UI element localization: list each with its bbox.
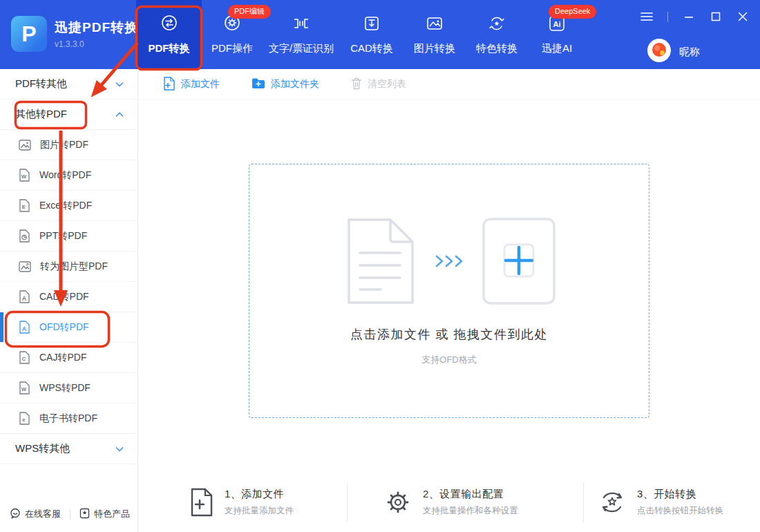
group-label: 其他转PDF [15, 108, 67, 121]
item-label: 转为图片型PDF [40, 260, 108, 273]
svg-text:A: A [22, 295, 27, 302]
gear-icon [383, 488, 412, 517]
step-desc: 支持批量添加文件 [225, 505, 294, 517]
menu-icon[interactable] [640, 10, 653, 23]
pdf-convert-icon [160, 14, 179, 36]
tab-image-convert[interactable]: 图片转换 [403, 0, 466, 69]
item-label: CAJ转PDF [39, 352, 86, 364]
svg-text:e: e [22, 417, 26, 423]
close-button[interactable] [737, 10, 749, 23]
step-desc: 点击转换按钮开始转换 [637, 505, 723, 517]
item-label: Word转PDF [39, 169, 91, 182]
cad-convert-icon [362, 14, 381, 36]
sidebar-item-excel-to-pdf[interactable]: E Excel转PDF [0, 191, 137, 221]
file-plus-icon [163, 77, 175, 93]
featured-products-button[interactable]: 特色产品 [79, 508, 130, 521]
sidebar-item-caj-to-pdf[interactable]: C CAJ转PDF [0, 343, 137, 373]
tab-ai[interactable]: DeepSeek Ai 迅捷AI [528, 0, 586, 69]
step-title: 3、开始转换 [637, 488, 723, 501]
clear-list-button[interactable]: 清空列表 [351, 77, 406, 92]
footer-label: 特色产品 [94, 508, 130, 520]
tab-label: PDF转换 [149, 42, 190, 55]
step-start-convert: 3、开始转换 点击转换按钮开始转换 [584, 482, 760, 522]
dropzone-format-hint: 支持OFD格式 [249, 354, 649, 366]
online-support-button[interactable]: 在线客服 [10, 508, 61, 521]
pdf-edit-badge: PDF编辑 [228, 5, 271, 19]
ocr-scan-icon [292, 14, 311, 36]
file-dropzone[interactable]: 点击添加文件 或 拖拽文件到此处 支持OFD格式 [249, 164, 649, 418]
chevron-down-icon [115, 82, 124, 87]
sidebar-group-wps-to-other[interactable]: WPS转其他 [0, 434, 137, 464]
folder-plus-icon [251, 77, 265, 91]
brand: P 迅捷PDF转换器 v1.3.3.0 [11, 16, 152, 52]
pdf-file-icon: A [19, 321, 30, 334]
window-controls-divider [667, 12, 668, 22]
step-title: 2、设置输出配置 [423, 488, 518, 501]
excel-file-icon: E [19, 199, 30, 212]
toolbar-label: 清空列表 [368, 78, 406, 91]
sidebar-item-cad-to-pdf[interactable]: A CAD转PDF [0, 282, 137, 312]
step-configure-output: 2、设置输出配置 支持批量操作和各种设置 [347, 482, 584, 522]
chevron-up-icon [115, 112, 124, 117]
sidebar-item-wps-to-pdf[interactable]: W WPS转PDF [0, 373, 137, 403]
tab-label: 特色转换 [476, 42, 517, 55]
item-label: WPS转PDF [39, 382, 91, 395]
sidebar-item-ebook-to-pdf[interactable]: e 电子书转PDF [0, 403, 137, 434]
svg-text:C: C [22, 356, 26, 362]
svg-text:W: W [21, 173, 27, 180]
pdf-file-icon: A [19, 290, 30, 303]
tab-label: PDF操作 [211, 42, 253, 55]
caj-file-icon: C [19, 351, 30, 364]
triple-chevron-icon [433, 253, 465, 272]
sidebar-footer: 在线客服 特色产品 [0, 496, 137, 532]
item-label: OFD转PDF [39, 321, 89, 334]
group-label: PDF转其他 [15, 77, 67, 91]
tab-pdf-convert[interactable]: PDF转换 [136, 0, 202, 69]
sidebar: PDF转其他 其他转PDF 图片转PDF W Word转PDF [0, 69, 138, 532]
sidebar-group-pdf-to-other[interactable]: PDF转其他 [0, 69, 137, 99]
sidebar-item-ofd-to-pdf[interactable]: A OFD转PDF [0, 312, 137, 343]
sidebar-item-ppt-to-pdf[interactable]: PPT转PDF [0, 221, 137, 251]
tab-ocr[interactable]: 文字/票证识别 [263, 0, 340, 69]
step-title: 1、添加文件 [225, 488, 294, 501]
ebook-file-icon: e [19, 412, 30, 425]
file-toolbar: 添加文件 添加文件夹 清空列表 [138, 69, 760, 100]
main-nav: PDF转换 PDF编辑 PDF操作 文字/票证识别 CAD转换 [136, 0, 586, 69]
steps-bar: 1、添加文件 支持批量添加文件 2、设置输出配置 支持批量操作和各种设置 3 [138, 482, 760, 522]
sidebar-item-to-image-pdf[interactable]: P 转为图片型PDF [0, 251, 137, 282]
title-bar: P 迅捷PDF转换器 v1.3.3.0 PDF转换 PDF编辑 PDF操作 [0, 0, 760, 69]
wps-file-icon: W [19, 381, 30, 395]
tab-special-convert[interactable]: 特色转换 [466, 0, 528, 69]
sidebar-group-other-to-pdf[interactable]: 其他转PDF [0, 99, 137, 130]
user-nickname: 昵称 [679, 46, 700, 59]
image-convert-icon [425, 14, 444, 36]
footer-divider [70, 509, 70, 520]
maximize-button[interactable] [710, 10, 722, 23]
window-controls [640, 10, 749, 23]
dropzone-main-text: 点击添加文件 或 拖拽文件到此处 [249, 326, 649, 343]
toolbar-label: 添加文件 [181, 78, 220, 91]
add-folder-button[interactable]: 添加文件夹 [251, 77, 319, 91]
avatar [647, 38, 672, 66]
tab-pdf-edit[interactable]: PDF编辑 PDF操作 [202, 0, 263, 69]
item-label: PPT转PDF [39, 230, 87, 243]
item-label: Excel转PDF [39, 200, 92, 212]
user-account[interactable]: 昵称 [647, 38, 700, 66]
tab-label: 文字/票证识别 [269, 42, 334, 55]
chevron-down-icon [115, 446, 124, 452]
item-label: 图片转PDF [40, 139, 88, 151]
deepseek-badge: DeepSeek [549, 5, 596, 19]
step-desc: 支持批量操作和各种设置 [423, 505, 518, 517]
add-file-button[interactable]: 添加文件 [163, 77, 220, 93]
app-logo-icon: P [11, 16, 47, 52]
sidebar-item-word-to-pdf[interactable]: W Word转PDF [0, 160, 137, 191]
svg-text:Ai: Ai [553, 20, 561, 28]
tab-label: 图片转换 [414, 42, 455, 55]
tab-cad-convert[interactable]: CAD转换 [340, 0, 403, 69]
star-badge-icon [79, 508, 90, 521]
step-add-file: 1、添加文件 支持批量添加文件 [138, 482, 347, 522]
sidebar-item-image-to-pdf[interactable]: 图片转PDF [0, 130, 137, 160]
minimize-button[interactable] [683, 10, 695, 23]
svg-text:P: P [26, 263, 29, 267]
add-file-card-icon[interactable] [482, 217, 556, 308]
